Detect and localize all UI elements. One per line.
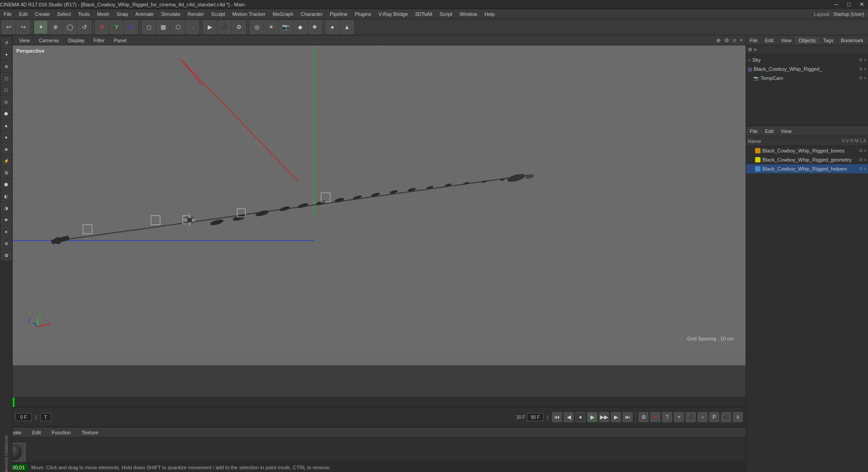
menu-edit[interactable]: Edit bbox=[15, 9, 31, 19]
tab-edit-bottom[interactable]: Edit bbox=[761, 128, 777, 135]
play-button[interactable]: ▶ bbox=[587, 412, 597, 422]
edge-select-button[interactable]: ⬡ bbox=[171, 20, 185, 34]
tool-half[interactable]: ◐ bbox=[1, 191, 12, 202]
key-options-button[interactable]: ? bbox=[662, 412, 672, 422]
tool-tri[interactable]: ▲ bbox=[1, 120, 12, 131]
rotate-button[interactable]: ↺ bbox=[78, 20, 91, 34]
tab-file-bottom[interactable]: File bbox=[746, 128, 761, 135]
tool-bolt[interactable]: ⚡ bbox=[1, 155, 12, 166]
vp-tab-display[interactable]: Display bbox=[64, 37, 88, 44]
next-frame-button[interactable]: ▶ bbox=[611, 412, 621, 422]
menu-vray[interactable]: V-Ray Bridge bbox=[375, 9, 412, 19]
scene-item-whip[interactable]: ▤ Black_Cowboy_Whip_Rigged_ ⚙ ≡ bbox=[746, 64, 868, 74]
tool-shape[interactable]: ⬟ bbox=[1, 108, 12, 119]
menu-snap[interactable]: Snap bbox=[113, 9, 132, 19]
tool-hex2[interactable]: ⬢ bbox=[1, 179, 12, 190]
undo-button[interactable]: ↩ bbox=[2, 20, 15, 34]
menu-simulate[interactable]: Simulate bbox=[157, 9, 184, 19]
tab-file-top[interactable]: File bbox=[746, 37, 761, 44]
mat-tab-edit[interactable]: Edit bbox=[29, 429, 44, 436]
prev-frame-button[interactable]: ◀ bbox=[564, 412, 574, 422]
material-button[interactable]: ● bbox=[326, 20, 339, 34]
menu-motion-tracker[interactable]: Motion Tracker bbox=[229, 9, 269, 19]
menu-help[interactable]: Help bbox=[481, 9, 499, 19]
obj-item-bones[interactable]: Black_Cowboy_Whip_Rigged_bones ⚙ ≡ bbox=[746, 146, 868, 155]
menu-tools[interactable]: Tools bbox=[74, 9, 93, 19]
point-select-button[interactable]: · bbox=[185, 20, 199, 34]
record-button[interactable]: ● bbox=[575, 412, 585, 422]
object-select-button[interactable]: ◻ bbox=[142, 20, 156, 34]
tool-circle[interactable]: ◎ bbox=[1, 96, 12, 107]
timeline-btn1[interactable]: + bbox=[674, 412, 684, 422]
viewport-close[interactable]: × bbox=[740, 37, 743, 44]
obj-item-geometry[interactable]: Black_Cowboy_Whip_Rigged_geometry ⚙ ≡ bbox=[746, 155, 868, 164]
tab-edit-top[interactable]: Edit bbox=[761, 37, 777, 44]
play-reverse-button[interactable]: ▶▶ bbox=[599, 412, 609, 422]
timeline-btn6[interactable]: ≡ bbox=[733, 412, 743, 422]
menu-3dtoall[interactable]: 3DToAll bbox=[411, 9, 436, 19]
minimize-button[interactable]: ─ bbox=[830, 0, 843, 9]
menu-mesh[interactable]: Mesh bbox=[93, 9, 113, 19]
menu-plugins[interactable]: Plugins bbox=[351, 9, 375, 19]
tool-box[interactable]: ◻ bbox=[1, 73, 12, 84]
menu-animate[interactable]: Animate bbox=[132, 9, 157, 19]
menu-file[interactable]: File bbox=[0, 9, 15, 19]
tool-select[interactable]: ✦ bbox=[1, 49, 12, 60]
viewport-settings[interactable]: ⚙ bbox=[724, 37, 729, 44]
viewport-expand[interactable]: ⊕ bbox=[716, 37, 721, 44]
render-settings-button[interactable]: ⚙ bbox=[232, 20, 246, 34]
go-start-button[interactable]: ⏮ bbox=[552, 412, 562, 422]
live-select-button[interactable]: ✦ bbox=[34, 20, 48, 34]
vp-tab-filter[interactable]: Filter bbox=[90, 37, 108, 44]
lights-button[interactable]: ☀ bbox=[264, 20, 278, 34]
tab-bookmark[interactable]: Bookmark bbox=[837, 37, 867, 44]
tool-gear[interactable]: ❖ bbox=[1, 214, 12, 225]
keyframe-mode-button[interactable]: ⚙ bbox=[639, 412, 649, 422]
x-axis-button[interactable]: X bbox=[95, 20, 109, 34]
viewport-menu[interactable]: ≡ bbox=[733, 37, 736, 44]
null-button[interactable]: ◎ bbox=[250, 20, 263, 34]
tool-sphere[interactable]: ● bbox=[1, 132, 12, 143]
timeline-btn2[interactable]: ⬛ bbox=[686, 412, 696, 422]
current-frame-input[interactable] bbox=[15, 413, 32, 421]
render-button[interactable]: ⬛ bbox=[218, 20, 231, 34]
y-axis-button[interactable]: Y bbox=[110, 20, 123, 34]
vp-tab-panel[interactable]: Panel bbox=[110, 37, 130, 44]
tool-rhombus[interactable]: ♦ bbox=[1, 226, 12, 237]
vp-tab-view[interactable]: View bbox=[15, 37, 34, 44]
timeline-btn4[interactable]: P bbox=[709, 412, 719, 422]
tool-flower[interactable]: ✿ bbox=[1, 250, 12, 261]
tool-move[interactable]: ⊕ bbox=[1, 61, 12, 72]
generator-button[interactable]: ❖ bbox=[308, 20, 322, 34]
camera-button[interactable]: 📷 bbox=[279, 20, 293, 34]
z-axis-button[interactable]: Z bbox=[124, 20, 138, 34]
menu-render[interactable]: Render bbox=[184, 9, 208, 19]
tool-star[interactable]: ⊛ bbox=[1, 238, 12, 249]
mat-tab-texture[interactable]: Texture bbox=[78, 429, 102, 436]
end-frame-input[interactable] bbox=[527, 413, 543, 421]
render-view-button[interactable]: ▶ bbox=[203, 20, 217, 34]
tool-mode[interactable]: ↺ bbox=[1, 37, 12, 48]
tool-diamond[interactable]: ◈ bbox=[1, 143, 12, 154]
tool-hex[interactable]: ⬡ bbox=[1, 84, 12, 95]
scale-button[interactable]: ◯ bbox=[63, 20, 77, 34]
menu-sculpt[interactable]: Sculpt bbox=[208, 9, 229, 19]
close-button[interactable]: ✕ bbox=[855, 0, 868, 9]
scene-item-tempcam[interactable]: 📷 TempCam ⚙ ≡ bbox=[746, 74, 868, 83]
mat-tab-function[interactable]: Function bbox=[48, 429, 74, 436]
timeline-btn3[interactable]: ○ bbox=[697, 412, 707, 422]
tool-half2[interactable]: ◑ bbox=[1, 202, 12, 213]
tab-view-bottom[interactable]: View bbox=[777, 128, 795, 135]
poly-select-button[interactable]: ▦ bbox=[156, 20, 170, 34]
go-end-button[interactable]: ⏭ bbox=[623, 412, 633, 422]
menu-mograph[interactable]: MoGraph bbox=[269, 9, 297, 19]
menu-pipeline[interactable]: Pipeline bbox=[326, 9, 351, 19]
deformer-button[interactable]: ◆ bbox=[293, 20, 307, 34]
menu-script[interactable]: Script bbox=[436, 9, 456, 19]
layout-value[interactable]: Startup (User) bbox=[833, 11, 868, 17]
tab-view-top[interactable]: View bbox=[777, 37, 795, 44]
tool-grid[interactable]: ⊞ bbox=[1, 167, 12, 178]
auto-key-button[interactable]: ● bbox=[650, 412, 660, 422]
tab-tags[interactable]: Tags bbox=[819, 37, 837, 44]
redo-button[interactable]: ↪ bbox=[16, 20, 30, 34]
